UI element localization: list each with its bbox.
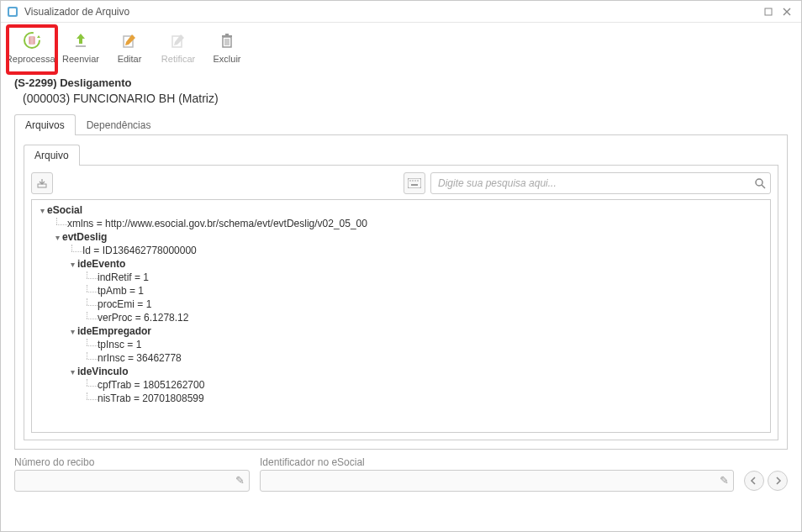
rectify-icon: [167, 29, 189, 51]
svg-rect-2: [765, 8, 772, 15]
svg-rect-16: [225, 34, 229, 35]
window-title: Visualizador de Arquivo: [24, 6, 759, 18]
window-close-icon[interactable]: [778, 4, 796, 19]
tree-node-ideempregador[interactable]: ideEmpregador: [77, 325, 151, 337]
edit-pencil-icon[interactable]: ✎: [235, 474, 245, 487]
toolbar: Reprocessar Reenviar Editar Retificar Ex…: [1, 23, 801, 73]
app-icon: [6, 5, 19, 18]
tree-leaf-verproc[interactable]: verProc = 6.1278.12: [98, 312, 188, 324]
footer: Número do recibo ✎ Identificador no eSoc…: [1, 450, 801, 500]
tree-node-ideevento[interactable]: ideEvento: [77, 258, 125, 270]
outer-tabs: Arquivos Dependências: [14, 113, 788, 135]
tree-leaf-nrinsc[interactable]: nrInsc = 36462778: [98, 352, 182, 364]
tree-node-evtdeslig[interactable]: evtDeslig: [62, 231, 107, 243]
inner-tabs: Arquivo: [24, 144, 778, 166]
window-restore-icon[interactable]: [759, 4, 778, 19]
event-subtitle: (000003) FUNCIONARIO BH (Matriz): [23, 92, 788, 105]
tree-leaf-tpinsc[interactable]: tpInsc = 1: [98, 339, 141, 350]
export-button[interactable]: [31, 172, 53, 194]
xml-tree[interactable]: ▾eSocial xmlns = http://www.esocial.gov.…: [31, 199, 771, 433]
search-input[interactable]: [430, 172, 771, 194]
svg-point-21: [414, 180, 416, 182]
upload-icon: [70, 29, 92, 51]
tab-arquivos[interactable]: Arquivos: [14, 114, 76, 135]
edit-icon: [119, 29, 140, 51]
window-titlebar: Visualizador de Arquivo: [1, 1, 801, 23]
reprocess-icon: [21, 29, 43, 51]
tree-toggle[interactable]: ▾: [52, 233, 62, 242]
excluir-label: Excluir: [213, 54, 240, 64]
svg-point-20: [412, 180, 414, 182]
recibo-label: Número do recibo: [14, 456, 250, 468]
identificador-label: Identificador no eSocial: [260, 456, 734, 468]
editar-button[interactable]: Editar: [105, 26, 154, 73]
excluir-button[interactable]: Excluir: [203, 26, 251, 73]
reenviar-button[interactable]: Reenviar: [56, 26, 105, 73]
inner-pane: ▾eSocial xmlns = http://www.esocial.gov.…: [24, 166, 778, 440]
svg-rect-8: [76, 45, 86, 47]
svg-point-22: [417, 180, 419, 182]
next-button[interactable]: [768, 471, 788, 491]
identificador-input[interactable]: ✎: [260, 470, 734, 492]
tree-leaf-id[interactable]: Id = ID136462778000000: [82, 245, 197, 256]
tree-toggle[interactable]: ▾: [37, 206, 47, 215]
tree-node-idevinculo[interactable]: ideVinculo: [77, 366, 128, 377]
recibo-input[interactable]: ✎: [14, 470, 250, 492]
trash-icon: [216, 29, 238, 51]
keyboard-button[interactable]: [404, 172, 425, 194]
search-icon[interactable]: [752, 176, 768, 191]
tree-leaf-indretif[interactable]: indRetif = 1: [98, 271, 149, 283]
reprocessar-button[interactable]: Reprocessar: [8, 26, 56, 73]
svg-rect-15: [222, 35, 232, 37]
reprocessar-label: Reprocessar: [6, 54, 58, 64]
tree-leaf-cpftrab[interactable]: cpfTrab = 18051262700: [98, 379, 204, 391]
tree-leaf-tpamb[interactable]: tpAmb = 1: [98, 285, 144, 297]
tree-node-esocial[interactable]: eSocial: [47, 204, 82, 216]
edit-pencil-icon[interactable]: ✎: [720, 474, 729, 487]
retificar-label: Retificar: [161, 54, 195, 64]
outer-pane: Arquivo ▾eSocial: [14, 135, 788, 450]
tree-toggle[interactable]: ▾: [67, 327, 77, 336]
tree-leaf-procemi[interactable]: procEmi = 1: [98, 298, 151, 310]
event-code-title: (S-2299) Desligamento: [14, 76, 788, 89]
prev-button[interactable]: [744, 471, 764, 491]
editar-label: Editar: [118, 54, 142, 64]
svg-rect-1: [9, 8, 16, 15]
svg-point-24: [756, 179, 762, 186]
svg-point-19: [409, 180, 411, 182]
tab-dependencias[interactable]: Dependências: [76, 114, 162, 135]
tree-toggle[interactable]: ▾: [67, 367, 77, 377]
retificar-button: Retificar: [154, 26, 203, 73]
svg-rect-23: [411, 184, 418, 186]
svg-rect-18: [408, 178, 421, 188]
reenviar-label: Reenviar: [62, 54, 99, 64]
tree-leaf-nistrab[interactable]: nisTrab = 20701808599: [98, 392, 204, 404]
tree-leaf-xmlns[interactable]: xmlns = http://www.esocial.gov.br/schema…: [67, 218, 367, 229]
tree-toggle[interactable]: ▾: [67, 260, 77, 269]
tab-arquivo[interactable]: Arquivo: [24, 145, 80, 166]
svg-line-25: [762, 185, 765, 188]
